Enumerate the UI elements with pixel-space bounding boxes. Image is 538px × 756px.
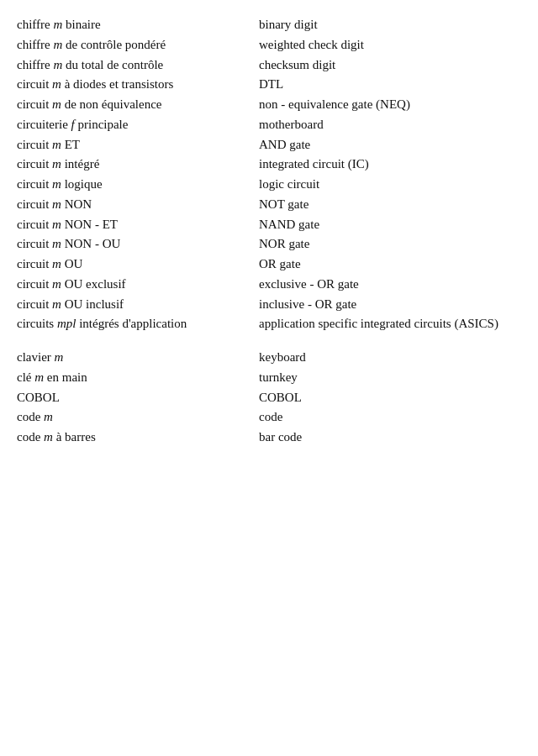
table-row: circuits mpl intégrés d'applicationappli… (17, 314, 521, 334)
english-term: keyboard (259, 348, 521, 368)
french-term: clavier m (17, 348, 259, 368)
french-term: circuit m NON - OU (17, 234, 259, 255)
english-term: turnkey (259, 368, 521, 388)
table-row: circuit m ETAND gate (17, 135, 521, 155)
english-term: checksum digit (259, 55, 521, 76)
table-row: circuit m à diodes et transistorsDTL (17, 75, 521, 95)
english-term: binary digit (259, 15, 521, 35)
french-term: circuit m logique (17, 175, 259, 195)
english-term: NOR gate (259, 234, 521, 255)
dictionary-table: chiffre m binairebinary digitchiffre m d… (17, 15, 521, 448)
table-row: circuit m NON - OUNOR gate (17, 234, 521, 255)
french-term: chiffre m binaire (17, 15, 259, 35)
table-row: circuit m NONNOT gate (17, 195, 521, 215)
table-row: circuit m OUOR gate (17, 255, 521, 275)
french-term: chiffre m du total de contrôle (17, 55, 259, 76)
french-term: code m (17, 407, 259, 428)
english-term: application specific integrated circuits… (259, 314, 521, 334)
table-row: circuit m logiquelogic circuit (17, 175, 521, 195)
english-term: weighted check digit (259, 35, 521, 55)
english-term: integrated circuit (IC) (259, 155, 521, 175)
french-term: circuit m NON (17, 195, 259, 215)
french-term: circuiterie f principale (17, 115, 259, 135)
table-row: clavier mkeyboard (17, 348, 521, 368)
french-term: circuit m à diodes et transistors (17, 75, 259, 95)
table-row: chiffre m de contrôle pondéréweighted ch… (17, 35, 521, 55)
table-row: chiffre m binairebinary digit (17, 15, 521, 35)
french-term: chiffre m de contrôle pondéré (17, 35, 259, 55)
english-term: AND gate (259, 135, 521, 155)
table-row: COBOLCOBOL (17, 388, 521, 408)
table-row: circuiterie f principalemotherboard (17, 115, 521, 135)
french-term: code m à barres (17, 428, 259, 448)
english-term: NAND gate (259, 215, 521, 235)
english-term: motherboard (259, 115, 521, 135)
table-row: circuit m NON - ETNAND gate (17, 215, 521, 235)
french-term: clé m en main (17, 368, 259, 388)
english-term: NOT gate (259, 195, 521, 215)
table-row: circuit m intégréintegrated circuit (IC) (17, 155, 521, 175)
french-term: circuit m OU (17, 255, 259, 275)
table-row: code m à barresbar code (17, 428, 521, 448)
table-row: code mcode (17, 407, 521, 428)
table-row: circuit m de non équivalencenon - equiva… (17, 95, 521, 115)
table-row: chiffre m du total de contrôlechecksum d… (17, 55, 521, 76)
french-term: circuit m intégré (17, 155, 259, 175)
english-term: bar code (259, 428, 521, 448)
table-row: circuit m OU inclusifinclusive - OR gate (17, 295, 521, 315)
english-term: COBOL (259, 388, 521, 408)
french-term: circuit m OU inclusif (17, 295, 259, 315)
english-term: inclusive - OR gate (259, 295, 521, 315)
english-term: DTL (259, 75, 521, 95)
english-term: exclusive - OR gate (259, 275, 521, 295)
french-term: circuit m NON - ET (17, 215, 259, 235)
french-term: circuits mpl intégrés d'application (17, 314, 259, 334)
english-term: non - equivalence gate (NEQ) (259, 95, 521, 115)
table-row: clé m en mainturnkey (17, 368, 521, 388)
english-term: OR gate (259, 255, 521, 275)
french-term: circuit m ET (17, 135, 259, 155)
table-row: circuit m OU exclusifexclusive - OR gate (17, 275, 521, 295)
english-term: logic circuit (259, 175, 521, 195)
french-term: COBOL (17, 388, 259, 408)
english-term: code (259, 407, 521, 428)
french-term: circuit m OU exclusif (17, 275, 259, 295)
french-term: circuit m de non équivalence (17, 95, 259, 115)
